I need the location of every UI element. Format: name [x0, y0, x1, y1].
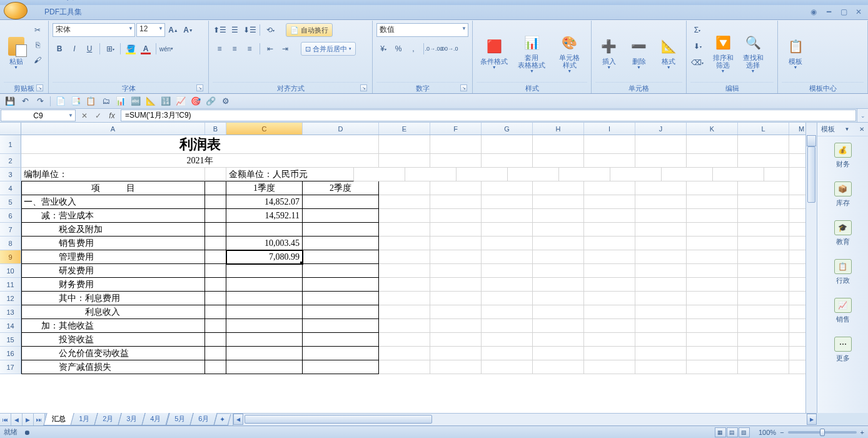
cell[interactable] — [738, 319, 789, 333]
cell[interactable] — [533, 181, 584, 195]
font-dialog-icon[interactable]: ↘ — [196, 84, 203, 91]
cell[interactable] — [482, 347, 533, 360]
undo-icon[interactable]: ↶ — [19, 95, 31, 108]
template-category[interactable]: 📦库存 — [817, 175, 868, 214]
cell[interactable]: 税金及附加 — [21, 223, 205, 237]
qat-icon[interactable]: 📊 — [114, 95, 127, 108]
cell[interactable] — [584, 250, 635, 264]
view-normal-icon[interactable]: ▦ — [715, 427, 726, 437]
cell[interactable] — [738, 278, 789, 292]
cell[interactable] — [687, 292, 738, 305]
cell[interactable] — [379, 223, 430, 237]
qat-icon[interactable]: 🔗 — [204, 95, 217, 108]
sheet-nav-first-icon[interactable]: ⏮ — [0, 414, 11, 425]
column-header[interactable]: J — [635, 123, 687, 135]
increase-decimal-icon[interactable]: .0→.00 — [427, 42, 441, 56]
cell[interactable] — [584, 360, 635, 374]
cell[interactable] — [430, 264, 482, 278]
cell[interactable] — [205, 319, 226, 333]
cell[interactable] — [635, 264, 687, 278]
cell[interactable]: 销售费用 — [21, 237, 205, 250]
cell[interactable] — [482, 209, 533, 223]
qat-icon[interactable]: 📐 — [144, 95, 157, 108]
cell[interactable] — [482, 237, 533, 250]
cell[interactable] — [303, 333, 379, 347]
align-dialog-icon[interactable]: ↘ — [360, 84, 367, 91]
cell[interactable] — [584, 347, 635, 360]
align-top-icon[interactable]: ⬆☰ — [213, 23, 226, 37]
cell[interactable] — [635, 347, 687, 360]
format-painter-icon[interactable]: 🖌 — [31, 53, 44, 67]
cell[interactable] — [738, 250, 789, 264]
cell[interactable] — [303, 209, 379, 223]
font-size-combo[interactable]: 12▼ — [136, 23, 165, 37]
cell[interactable] — [738, 135, 789, 154]
cell[interactable] — [687, 319, 738, 333]
align-middle-icon[interactable]: ☰ — [228, 23, 241, 37]
horizontal-scrollbar[interactable]: ◀▶ — [233, 414, 817, 425]
column-header[interactable]: B — [205, 123, 226, 135]
cell[interactable] — [738, 223, 789, 237]
cell[interactable] — [584, 154, 635, 168]
conditional-format-button[interactable]: 🟥条件格式▼ — [477, 23, 512, 82]
cell[interactable]: 投资收益 — [21, 333, 205, 347]
sheet-tab[interactable]: 5月 — [166, 413, 193, 425]
cell[interactable] — [430, 223, 482, 237]
cell[interactable] — [226, 333, 303, 347]
qat-icon[interactable]: 📑 — [69, 95, 82, 108]
cell[interactable] — [533, 154, 584, 168]
cell[interactable] — [482, 250, 533, 264]
cell[interactable]: 加：其他收益 — [21, 319, 205, 333]
cell[interactable]: 一、营业收入 — [21, 195, 205, 209]
insert-cells-button[interactable]: ➕插入▼ — [595, 23, 623, 82]
cell[interactable] — [303, 250, 379, 264]
cell[interactable] — [533, 333, 584, 347]
cell[interactable] — [635, 154, 687, 168]
cell[interactable] — [738, 195, 789, 209]
qat-icon[interactable]: ⚙ — [220, 95, 232, 108]
cell[interactable] — [226, 319, 303, 333]
orientation-icon[interactable]: ⟲▾ — [263, 23, 277, 37]
cell[interactable] — [430, 333, 482, 347]
cell[interactable] — [379, 278, 430, 292]
cell[interactable] — [635, 209, 687, 223]
cell[interactable] — [533, 237, 584, 250]
cell[interactable] — [205, 250, 226, 264]
column-header[interactable]: H — [533, 123, 584, 135]
clear-icon[interactable]: ⌫▾ — [690, 56, 704, 69]
font-name-combo[interactable]: 宋体▼ — [53, 23, 135, 37]
cell[interactable] — [303, 195, 379, 209]
zoom-in-icon[interactable]: + — [860, 429, 864, 436]
cell[interactable] — [303, 264, 379, 278]
cell[interactable] — [379, 181, 430, 195]
cell[interactable] — [205, 278, 226, 292]
cell[interactable] — [430, 347, 482, 360]
cell[interactable] — [430, 181, 482, 195]
cell[interactable] — [430, 292, 482, 305]
cell[interactable] — [559, 168, 610, 181]
cell[interactable] — [687, 347, 738, 360]
cell[interactable] — [205, 181, 226, 195]
cell[interactable] — [226, 278, 303, 292]
shrink-font-icon[interactable]: A▼ — [181, 23, 195, 37]
cell[interactable]: 项 目 — [21, 181, 205, 195]
underline-button[interactable]: U — [83, 42, 96, 56]
cell[interactable] — [354, 168, 405, 181]
cell[interactable] — [205, 347, 226, 360]
minimize-icon[interactable]: ━ — [824, 8, 833, 16]
cell[interactable] — [205, 360, 226, 374]
column-header[interactable]: A — [21, 123, 205, 135]
cell[interactable] — [738, 305, 789, 319]
cell[interactable] — [379, 154, 430, 168]
qat-icon[interactable]: 📋 — [84, 95, 97, 108]
cell[interactable]: 1季度 — [226, 181, 303, 195]
cell[interactable] — [738, 360, 789, 374]
cell[interactable] — [687, 250, 738, 264]
cut-icon[interactable]: ✂ — [31, 23, 44, 37]
view-pagebreak-icon[interactable]: ▧ — [739, 427, 750, 437]
macro-record-icon[interactable]: ⏺ — [24, 429, 31, 436]
cell[interactable]: 7,080.99 — [226, 250, 303, 264]
cell[interactable] — [482, 181, 533, 195]
cell[interactable]: 公允价值变动收益 — [21, 347, 205, 360]
cell[interactable] — [430, 278, 482, 292]
